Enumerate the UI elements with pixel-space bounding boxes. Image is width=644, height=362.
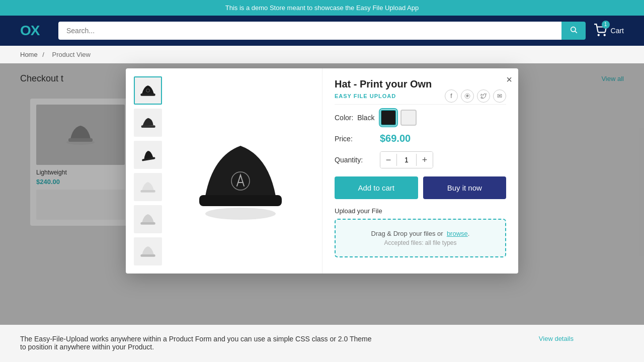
action-buttons: Add to cart Buy it now	[335, 176, 506, 199]
upload-label: Upload your File	[335, 207, 506, 215]
close-button[interactable]: ×	[506, 74, 512, 84]
thumbnail-5[interactable]	[134, 205, 162, 233]
breadcrumb-home[interactable]: Home	[20, 51, 38, 58]
quantity-label: Quantity:	[335, 156, 370, 164]
quantity-row: Quantity: − +	[335, 151, 506, 168]
below-section: The Easy-File-Upload works anywhere with…	[0, 325, 644, 362]
breadcrumb: Home / Product View	[0, 46, 644, 63]
color-value: Black	[357, 114, 374, 122]
thumbnail-6[interactable]	[134, 237, 162, 265]
svg-point-13	[205, 208, 276, 220]
thumbnail-2[interactable]	[134, 109, 162, 137]
banner-text: This is a demo Store meant to showcase t…	[225, 4, 419, 12]
upload-browse-link[interactable]: browse	[447, 230, 468, 237]
main-product-image	[167, 76, 314, 265]
buy-now-button[interactable]: Buy it now	[423, 176, 507, 199]
header: OX 1 Cart	[0, 16, 644, 46]
thumbnail-1[interactable]	[134, 76, 162, 105]
cart-area[interactable]: 1 Cart	[594, 24, 624, 38]
svg-rect-12	[140, 254, 155, 257]
facebook-share[interactable]: f	[445, 89, 458, 103]
logo[interactable]: OX	[20, 23, 50, 39]
quantity-input[interactable]	[396, 154, 417, 166]
swatch-black[interactable]	[380, 110, 396, 126]
product-modal: × Hat - Print your Own EASY FILE UPLOAD …	[126, 68, 518, 274]
price-row: Price: $69.00	[335, 133, 506, 144]
top-banner: This is a demo Store meant to showcase t…	[0, 0, 644, 16]
svg-point-3	[604, 34, 605, 35]
quantity-increase[interactable]: +	[417, 152, 433, 168]
upload-text: Drag & Drop your files or browse.	[346, 230, 495, 237]
svg-line-1	[575, 31, 577, 33]
email-share[interactable]: ✉	[493, 89, 506, 103]
thumbnail-3[interactable]	[134, 141, 162, 169]
svg-rect-6	[140, 94, 155, 96]
upload-dropzone[interactable]: Drag & Drop your files or browse. Accept…	[335, 219, 506, 257]
pinterest-share[interactable]	[461, 89, 474, 103]
cart-label: Cart	[611, 27, 624, 35]
svg-rect-14	[199, 195, 282, 206]
search-bar	[58, 22, 586, 40]
svg-rect-8	[141, 125, 155, 128]
product-title: Hat - Print your Own	[335, 78, 506, 90]
twitter-share[interactable]	[477, 89, 490, 103]
view-details-link[interactable]: View details	[539, 335, 574, 342]
thumbnail-list	[134, 76, 162, 265]
svg-point-2	[598, 34, 599, 35]
modal-left	[126, 68, 322, 274]
add-to-cart-button[interactable]: Add to cart	[335, 176, 418, 199]
search-button[interactable]	[561, 22, 586, 40]
thumbnail-4[interactable]	[134, 173, 162, 201]
cart-icon-wrap: 1	[594, 24, 607, 38]
page-background: Checkout t View all Lightweight $240.00	[0, 63, 644, 325]
svg-rect-10	[140, 190, 155, 193]
color-label: Color: Black	[335, 114, 374, 122]
svg-point-0	[571, 27, 575, 32]
quantity-controls: − +	[380, 151, 433, 168]
color-swatches	[380, 110, 417, 126]
modal-overlay: × Hat - Print your Own EASY FILE UPLOAD …	[0, 63, 644, 325]
swatch-white[interactable]	[400, 110, 417, 126]
social-icons: f ✉	[445, 89, 506, 103]
easy-desc: The Easy-File-Upload works anywhere with…	[20, 335, 372, 351]
upload-hint: Accepted files: all file types	[346, 239, 495, 246]
cart-badge: 1	[602, 21, 610, 29]
breadcrumb-current: Product View	[52, 51, 91, 58]
price-label: Price:	[335, 135, 370, 143]
search-input[interactable]	[58, 22, 561, 40]
color-selector: Color: Black	[335, 110, 506, 126]
hat-illustration	[180, 111, 301, 231]
svg-rect-11	[140, 222, 155, 225]
quantity-decrease[interactable]: −	[380, 152, 396, 168]
modal-right: × Hat - Print your Own EASY FILE UPLOAD …	[322, 68, 518, 274]
price-value: $69.00	[380, 133, 411, 144]
